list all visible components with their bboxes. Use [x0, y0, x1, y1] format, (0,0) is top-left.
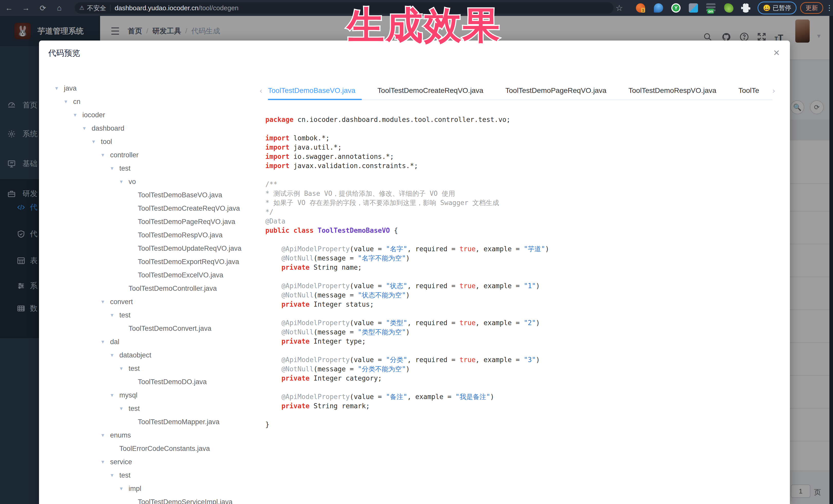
- caret-down-icon[interactable]: ▾: [120, 365, 128, 372]
- tree-node[interactable]: ▾ToolTestDemoCreateReqVO.java: [47, 202, 260, 215]
- tab-2[interactable]: ToolTestDemoCreateReqVO.java: [378, 87, 483, 95]
- extension-icon-green[interactable]: Y: [671, 3, 681, 13]
- caret-down-icon[interactable]: ▾: [92, 138, 101, 145]
- tree-node[interactable]: ▾ToolTestDemoExportReqVO.java: [47, 255, 260, 268]
- tree-node[interactable]: ▾dashboard: [47, 122, 260, 135]
- address-divider: [110, 5, 111, 11]
- security-label: 不安全: [87, 4, 106, 12]
- tabs-active-underline: [268, 99, 362, 100]
- tree-node[interactable]: ▾ToolTestDemoBaseVO.java: [47, 188, 260, 202]
- caret-down-icon[interactable]: ▾: [101, 298, 110, 305]
- caret-down-icon[interactable]: ▾: [65, 98, 73, 105]
- tree-node[interactable]: ▾cn: [47, 95, 260, 108]
- close-icon[interactable]: ✕: [771, 47, 782, 58]
- chrome-update-button[interactable]: 更新: [800, 2, 823, 14]
- caret-down-icon[interactable]: ▾: [120, 485, 128, 492]
- tab-3[interactable]: ToolTestDemoPageReqVO.java: [505, 87, 606, 95]
- tree-node[interactable]: ▾test: [47, 402, 260, 415]
- page-scrollbar[interactable]: [829, 16, 833, 504]
- caret-down-icon[interactable]: ▾: [111, 392, 119, 399]
- tree-node[interactable]: ▾tool: [47, 135, 260, 148]
- tree-node[interactable]: ▾dal: [47, 335, 260, 349]
- tree-node[interactable]: ▾ToolTestDemoServiceImpl.java: [47, 495, 260, 504]
- extension-green-letter: Y: [672, 4, 680, 11]
- extension-icon-drop[interactable]: [654, 3, 663, 13]
- extension-icon-plant[interactable]: [724, 3, 733, 13]
- tree-node[interactable]: ▾test: [47, 469, 260, 482]
- tree-node[interactable]: ▾service: [47, 455, 260, 469]
- tree-node[interactable]: ▾convert: [47, 295, 260, 309]
- tree-node[interactable]: ▾ToolTestDemoPageReqVO.java: [47, 215, 260, 229]
- tree-node[interactable]: ▾ToolTestDemoUpdateReqVO.java: [47, 242, 260, 255]
- browser-menu-icon[interactable]: ⋮: [826, 4, 833, 12]
- browser-forward-button[interactable]: →: [20, 0, 32, 16]
- url-path: /tool/codegen: [198, 4, 238, 12]
- tree-node[interactable]: ▾test: [47, 362, 260, 375]
- browser-reload-button[interactable]: ⟳: [37, 0, 49, 16]
- tree-node[interactable]: ▾ToolTestDemoRespVO.java: [47, 229, 260, 242]
- caret-down-icon[interactable]: ▾: [74, 112, 82, 118]
- caret-down-icon[interactable]: ▾: [120, 178, 128, 185]
- tree-node[interactable]: ▾vo: [47, 175, 260, 188]
- paused-label: 已暂停: [773, 4, 791, 12]
- tree-node[interactable]: ▾ToolTestDemoConvert.java: [47, 322, 260, 335]
- caret-down-icon[interactable]: ▾: [111, 312, 119, 318]
- tree-node[interactable]: ▾ToolTestDemoExcelVO.java: [47, 268, 260, 282]
- dialog-title: 代码预览: [48, 48, 80, 58]
- tree-node[interactable]: ▾ToolErrorCodeConstants.java: [47, 442, 260, 455]
- tree-node[interactable]: ▾ToolTestDemoController.java: [47, 282, 260, 295]
- caret-down-icon[interactable]: ▾: [120, 405, 128, 412]
- extension-badge-on: on: [707, 9, 714, 14]
- caret-down-icon[interactable]: ▾: [83, 125, 92, 131]
- caret-down-icon[interactable]: ▾: [101, 432, 110, 438]
- caret-down-icon[interactable]: ▾: [101, 338, 110, 345]
- caret-down-icon[interactable]: ▾: [111, 352, 119, 359]
- caret-down-icon[interactable]: ▾: [111, 165, 119, 172]
- tree-node[interactable]: ▾test: [47, 309, 260, 322]
- tree-node[interactable]: ▾ToolTestDemoMapper.java: [47, 415, 260, 429]
- extension-icon-grid[interactable]: [689, 3, 698, 13]
- tree-node[interactable]: ▾enums: [47, 429, 260, 442]
- url-host: dashboard.yudao.iocoder.cn: [115, 4, 199, 12]
- tabs-scroll-left-icon[interactable]: ‹: [260, 86, 262, 95]
- tree-node[interactable]: ▾dataobject: [47, 349, 260, 362]
- extensions-puzzle-icon[interactable]: [741, 3, 751, 13]
- tab-5[interactable]: ToolTe: [738, 87, 759, 95]
- tabs-scroll-right-icon[interactable]: ›: [772, 86, 775, 95]
- code-preview-dialog: 代码预览 ✕ ▾java▾cn▾iocoder▾dashboard▾tool▾c…: [39, 41, 790, 504]
- caret-down-icon[interactable]: ▾: [111, 472, 119, 479]
- file-tree: ▾java▾cn▾iocoder▾dashboard▾tool▾controll…: [47, 81, 260, 504]
- tab-4[interactable]: ToolTestDemoRespVO.java: [628, 87, 716, 95]
- tree-node[interactable]: ▾iocoder: [47, 108, 260, 122]
- tab-1[interactable]: ToolTestDemoBaseVO.java: [268, 87, 355, 95]
- profile-emoji: 😀: [763, 4, 771, 11]
- tree-node[interactable]: ▾mysql: [47, 388, 260, 402]
- extension-badge-1: 1: [641, 8, 645, 13]
- annotation-text: 生成效果: [347, 1, 501, 51]
- browser-back-button[interactable]: ←: [3, 0, 16, 16]
- tree-node[interactable]: ▾ToolTestDemoDO.java: [47, 375, 260, 388]
- caret-down-icon[interactable]: ▾: [55, 85, 64, 92]
- code-content: package cn.iocoder.dashboard.modules.too…: [265, 115, 781, 429]
- tree-node[interactable]: ▾java: [47, 81, 260, 95]
- address-bar[interactable]: ⚠ 不安全 dashboard.yudao.iocoder.cn/tool/co…: [75, 2, 614, 14]
- caret-down-icon[interactable]: ▾: [101, 459, 110, 465]
- insecure-warning-icon: ⚠: [79, 5, 85, 11]
- profile-paused-chip[interactable]: 😀 已暂停: [758, 2, 796, 15]
- tree-node[interactable]: ▾impl: [47, 482, 260, 495]
- tree-node[interactable]: ▾controller: [47, 148, 260, 162]
- bookmark-star-icon[interactable]: ☆: [613, 0, 626, 16]
- file-tabs-bar: ‹ ToolTestDemoBaseVO.javaToolTestDemoCre…: [259, 82, 782, 100]
- browser-home-button[interactable]: ⌂: [53, 0, 66, 16]
- caret-down-icon[interactable]: ▾: [101, 152, 110, 158]
- tree-node[interactable]: ▾test: [47, 162, 260, 175]
